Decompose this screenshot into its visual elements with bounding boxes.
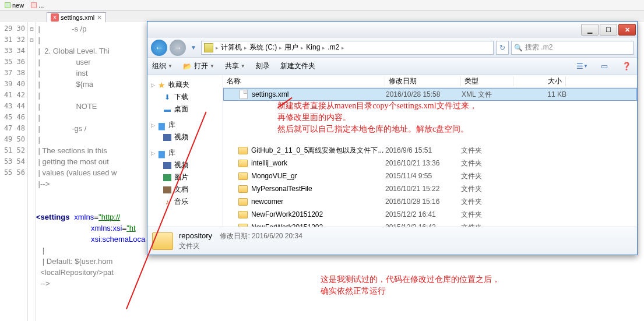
forward-button[interactable]: →	[170, 40, 186, 56]
col-size[interactable]: 大小	[513, 76, 566, 86]
sidebar-pictures[interactable]: 图片	[147, 171, 223, 184]
back-button[interactable]: ←	[151, 40, 167, 56]
sidebar-videos-2[interactable]: 视频	[147, 159, 223, 171]
file-row[interactable]: NewForWork201512022015/12/2 16:41文件夹	[223, 208, 637, 221]
desktop-icon: ▬	[163, 105, 172, 114]
search-input[interactable]: 🔍 搜索 .m2	[511, 41, 634, 55]
xml-icon: X	[51, 13, 59, 22]
open-button[interactable]: 📂打开▼	[183, 61, 214, 71]
search-icon: 🔍	[514, 44, 523, 52]
document-icon	[163, 185, 172, 195]
sidebar-libraries-2[interactable]: ▷▆库	[147, 147, 223, 159]
sidebar-desktop[interactable]: ▬桌面	[147, 103, 223, 115]
file-row[interactable]: NewForWork20151202_2015/12/2 16:42文件夹	[223, 221, 637, 227]
tab-label: settings.xml	[61, 14, 94, 21]
folder-icon	[238, 172, 248, 180]
help-icon[interactable]: ❓	[621, 61, 632, 72]
explorer-window: ← → ▼ ▸ 计算机▸系统 (C:)▸用户▸King▸.m2▸ ↻ 🔍 搜索 …	[147, 21, 638, 255]
breadcrumb-item[interactable]: 系统 (C:)	[247, 43, 279, 51]
col-type[interactable]: 类型	[461, 76, 513, 86]
file-row[interactable]: GitHub_2_11_0_5离线安装包以及文件下...2016/9/6 15:…	[223, 144, 637, 157]
detail-type: 文件夹	[179, 241, 302, 251]
history-dropdown[interactable]: ▼	[188, 42, 199, 54]
breadcrumb-item[interactable]: .m2	[325, 43, 342, 51]
file-row[interactable]: newcomer2016/10/28 15:16文件夹	[223, 195, 637, 208]
breadcrumb-item[interactable]: 用户	[282, 43, 301, 51]
close-label: ...	[38, 2, 44, 9]
music-icon: ♪	[163, 197, 172, 207]
detail-pane: repository 修改日期: 2016/6/20 20:34 文件夹	[147, 227, 637, 255]
newfolder-button[interactable]: 新建文件夹	[280, 61, 315, 71]
picture-icon	[163, 173, 172, 182]
close-window-button[interactable]	[618, 24, 636, 36]
sidebar-libraries[interactable]: ▷▆库	[147, 119, 223, 131]
library-icon: ▆	[157, 149, 166, 158]
file-row[interactable]: intellij_work2016/10/21 13:36文件夹	[223, 157, 637, 170]
sidebar-music[interactable]: ♪音乐	[147, 196, 223, 208]
library-icon: ▆	[157, 121, 166, 130]
download-icon: ⬇	[163, 93, 172, 102]
line-gutter: 29 30 31 32 33 34 35 36 37 38 39 40 41 4…	[0, 22, 28, 321]
close-tab-icon[interactable]: ✕	[97, 14, 102, 22]
col-name[interactable]: 名称	[223, 76, 385, 86]
burn-button[interactable]: 刻录	[256, 61, 270, 71]
file-row[interactable]: MongoVUE_gr2015/11/4 9:55文件夹	[223, 170, 637, 182]
minimize-button[interactable]	[581, 24, 599, 36]
sidebar-documents[interactable]: 文档	[147, 184, 223, 196]
folder-icon	[238, 185, 248, 193]
breadcrumb[interactable]: ▸ 计算机▸系统 (C:)▸用户▸King▸.m2▸	[201, 41, 494, 55]
file-row[interactable]: MyPersonalTestFile2016/10/21 15:22文件夹	[223, 182, 637, 195]
view-icon[interactable]: ☰▼	[576, 61, 588, 72]
share-button[interactable]: 共享▼	[225, 61, 245, 71]
sidebar-videos-1[interactable]: 视频	[147, 131, 223, 143]
organize-button[interactable]: 组织▼	[152, 61, 173, 71]
folder-icon	[152, 232, 173, 250]
editor-tab[interactable]: X settings.xml ✕	[47, 12, 106, 22]
file-list: settings.xml2016/10/28 15:58XML 文件11 KBG…	[223, 88, 637, 227]
col-date[interactable]: 修改日期	[385, 76, 461, 86]
close-file-button[interactable]: ...	[29, 2, 46, 9]
file-row[interactable]: settings.xml2016/10/28 15:58XML 文件11 KB	[223, 88, 637, 101]
column-headers[interactable]: 名称 修改日期 类型 大小	[223, 75, 637, 88]
new-label: new	[12, 2, 24, 9]
fold-column[interactable]: ⊟ ⊟	[28, 22, 36, 321]
detail-name: repository	[179, 231, 212, 240]
folder-icon	[238, 224, 248, 227]
window-titlebar[interactable]	[147, 22, 637, 38]
folder-icon	[238, 147, 248, 154]
star-icon: ★	[157, 80, 166, 90]
sidebar-downloads[interactable]: ⬇下载	[147, 91, 223, 103]
search-placeholder: 搜索 .m2	[525, 43, 552, 52]
refresh-button[interactable]: ↻	[496, 41, 509, 55]
breadcrumb-item[interactable]: King	[304, 43, 322, 51]
folder-icon	[238, 160, 248, 167]
preview-icon[interactable]: ▭	[599, 61, 610, 72]
drive-icon	[204, 43, 213, 52]
explorer-sidebar: ▷★收藏夹 ⬇下载 ▬桌面 ▷▆库 视频 ▷▆库 视频 图片 文档 ♪音乐	[147, 75, 223, 227]
maximize-button[interactable]	[600, 24, 617, 36]
new-file-button[interactable]: new	[2, 2, 26, 9]
folder-icon	[238, 211, 248, 218]
video-icon	[163, 161, 172, 170]
folder-icon	[238, 198, 248, 206]
video-icon	[163, 133, 172, 142]
explorer-toolbar: 组织▼ 📂打开▼ 共享▼ 刻录 新建文件夹 ☰▼ ▭ ❓	[147, 58, 637, 75]
breadcrumb-item[interactable]: 计算机	[219, 43, 244, 51]
xml-file-icon	[240, 90, 248, 99]
sidebar-favorites[interactable]: ▷★收藏夹	[147, 79, 223, 91]
